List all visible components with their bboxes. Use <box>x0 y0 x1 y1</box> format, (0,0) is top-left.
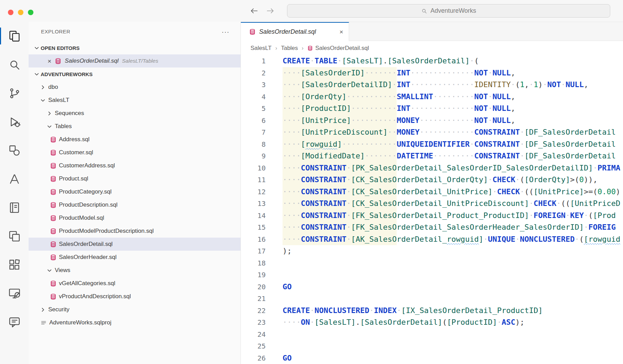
tree-item-customer-sql[interactable]: Customer.sql <box>29 146 241 159</box>
open-editor-item[interactable]: × SalesOrderDetail.sql SalesLT/Tables <box>29 54 241 67</box>
line-number[interactable]: 12 <box>241 186 266 198</box>
line-number[interactable]: 14 <box>241 210 266 222</box>
tree-item-vgetallcategories-sql[interactable]: vGetAllCategories.sql <box>29 277 241 290</box>
line-number[interactable]: 23 <box>241 316 266 329</box>
code-line-9[interactable]: 9····[ModifiedDate]·······DATETIME······… <box>241 150 623 162</box>
code-line-5[interactable]: 5····[ProductID]··········INT···········… <box>241 103 623 115</box>
tree-item-vproductanddescription-sql[interactable]: vProductAndDescription.sql <box>29 290 241 303</box>
line-number[interactable]: 6 <box>241 115 266 127</box>
code-line-2[interactable]: 2····[SalesOrderID]·······INT···········… <box>241 67 623 79</box>
close-window-button[interactable] <box>8 10 13 15</box>
code-line-22[interactable]: 22CREATE·NONCLUSTERED·INDEX·[IX_SalesOrd… <box>241 305 623 317</box>
code-line-14[interactable]: 14····CONSTRAINT·[FK_SalesOrderDetail_Pr… <box>241 210 623 222</box>
copy-pages-icon[interactable] <box>0 222 29 250</box>
database-file-icon <box>307 45 313 51</box>
line-number[interactable]: 9 <box>241 150 266 162</box>
remote-monitor-icon[interactable] <box>0 279 29 308</box>
open-editors-section-header[interactable]: OPEN EDITORS <box>29 41 241 54</box>
code-line-4[interactable]: 4····[OrderQty]···········SMALLINT······… <box>241 91 623 103</box>
line-number[interactable]: 21 <box>241 293 266 305</box>
code-line-3[interactable]: 3····[SalesOrderDetailID]·INT···········… <box>241 79 623 91</box>
line-number[interactable]: 4 <box>241 91 266 103</box>
source-control-icon[interactable] <box>0 79 29 107</box>
code-line-25[interactable]: 25 <box>241 340 623 352</box>
code-line-26[interactable]: 26GO <box>241 352 623 364</box>
line-number[interactable]: 1 <box>241 55 266 67</box>
zoom-window-button[interactable] <box>28 10 33 15</box>
tree-item-salesorderdetail-sql[interactable]: SalesOrderDetail.sql <box>29 238 241 251</box>
code-line-12[interactable]: 12····CONSTRAINT·[CK_SalesOrderDetail_Un… <box>241 186 623 198</box>
code-editor[interactable]: 1CREATE·TABLE·[SalesLT].[SalesOrderDetai… <box>241 55 623 364</box>
line-number[interactable]: 26 <box>241 352 266 364</box>
tree-item-saleslt[interactable]: SalesLT <box>29 94 241 107</box>
code-line-23[interactable]: 23····ON·[SalesLT].[SalesOrderDetail]([P… <box>241 316 623 329</box>
breadcrumb-item[interactable]: SalesLT <box>251 45 272 52</box>
code-line-13[interactable]: 13····CONSTRAINT·[CK_SalesOrderDetail_Un… <box>241 198 623 210</box>
code-line-19[interactable]: 19 <box>241 269 623 281</box>
close-tab-icon[interactable]: × <box>339 29 343 35</box>
tree-item-sequences[interactable]: Sequences <box>29 107 241 120</box>
code-line-20[interactable]: 20GO <box>241 281 623 293</box>
line-number[interactable]: 16 <box>241 233 266 246</box>
tree-item-adventureworks-sqlproj[interactable]: AdventureWorks.sqlproj <box>29 316 241 329</box>
line-number[interactable]: 7 <box>241 126 266 138</box>
code-line-18[interactable]: 18 <box>241 257 623 269</box>
code-line-10[interactable]: 10····CONSTRAINT·[PK_SalesOrderDetail_Sa… <box>241 162 623 174</box>
arrow-left-icon[interactable] <box>249 6 259 15</box>
code-line-24[interactable]: 24 <box>241 329 623 341</box>
tree-item-productmodelproductdescription-sql[interactable]: ProductModelProductDescription.sql <box>29 225 241 238</box>
line-number[interactable]: 13 <box>241 198 266 210</box>
line-number[interactable]: 24 <box>241 329 266 341</box>
code-line-8[interactable]: 8····[rowguid]············UNIQUEIDENTIFI… <box>241 138 623 150</box>
tree-item-salesorderheader-sql[interactable]: SalesOrderHeader.sql <box>29 251 241 264</box>
line-number[interactable]: 2 <box>241 67 266 79</box>
more-actions-icon[interactable]: ··· <box>222 28 229 35</box>
breadcrumb-item[interactable]: Tables <box>281 45 298 52</box>
tree-item-product-sql[interactable]: Product.sql <box>29 172 241 185</box>
run-and-debug-icon[interactable] <box>0 107 29 136</box>
search-icon[interactable] <box>0 50 29 79</box>
code-line-6[interactable]: 6····[UnitPrice]··········MONEY·········… <box>241 115 623 127</box>
command-center-search[interactable]: AdventureWorks <box>287 4 610 18</box>
tree-item-dbo[interactable]: dbo <box>29 81 241 94</box>
code-line-7[interactable]: 7····[UnitPriceDiscount]··MONEY·········… <box>241 126 623 138</box>
shapes-icon[interactable] <box>0 136 29 165</box>
line-number[interactable]: 8 <box>241 138 266 150</box>
chat-icon[interactable] <box>0 308 29 336</box>
tree-item-customeraddress-sql[interactable]: CustomerAddress.sql <box>29 159 241 172</box>
tree-item-tables[interactable]: Tables <box>29 120 241 133</box>
project-section-header[interactable]: ADVENTUREWORKS <box>29 67 241 81</box>
code-line-15[interactable]: 15····CONSTRAINT·[FK_SalesOrderDetail_Sa… <box>241 221 623 233</box>
line-number[interactable]: 18 <box>241 257 266 269</box>
tree-item-views[interactable]: Views <box>29 264 241 277</box>
close-editor-icon[interactable]: × <box>48 58 51 64</box>
line-number[interactable]: 17 <box>241 245 266 257</box>
line-number[interactable]: 15 <box>241 221 266 233</box>
line-number[interactable]: 3 <box>241 79 266 91</box>
azure-icon[interactable] <box>0 165 29 193</box>
tree-item-productmodel-sql[interactable]: ProductModel.sql <box>29 211 241 225</box>
line-number[interactable]: 11 <box>241 174 266 186</box>
line-number[interactable]: 20 <box>241 281 266 293</box>
tree-item-security[interactable]: Security <box>29 303 241 316</box>
tree-item-productcategory-sql[interactable]: ProductCategory.sql <box>29 185 241 198</box>
line-number[interactable]: 10 <box>241 162 266 174</box>
explorer-files-icon[interactable] <box>0 22 29 50</box>
breadcrumb-item[interactable]: SalesOrderDetail.sql <box>307 45 369 52</box>
line-number[interactable]: 22 <box>241 305 266 317</box>
code-line-21[interactable]: 21 <box>241 293 623 305</box>
code-line-16[interactable]: 16····CONSTRAINT·[AK_SalesOrderDetail_ro… <box>241 233 623 246</box>
code-line-11[interactable]: 11····CONSTRAINT·[CK_SalesOrderDetail_Or… <box>241 174 623 186</box>
arrow-right-icon[interactable] <box>266 6 275 15</box>
tree-item-address-sql[interactable]: Address.sql <box>29 133 241 146</box>
code-line-17[interactable]: 17); <box>241 245 623 257</box>
line-number[interactable]: 19 <box>241 269 266 281</box>
notebook-icon[interactable] <box>0 193 29 222</box>
line-number[interactable]: 5 <box>241 103 266 115</box>
line-number[interactable]: 25 <box>241 340 266 352</box>
extensions-icon[interactable] <box>0 250 29 279</box>
tree-item-productdescription-sql[interactable]: ProductDescription.sql <box>29 198 241 211</box>
tab-salesorderdetail-sql[interactable]: SalesOrderDetail.sql × <box>241 22 349 41</box>
minimize-window-button[interactable] <box>18 10 23 15</box>
code-line-1[interactable]: 1CREATE·TABLE·[SalesLT].[SalesOrderDetai… <box>241 55 623 67</box>
